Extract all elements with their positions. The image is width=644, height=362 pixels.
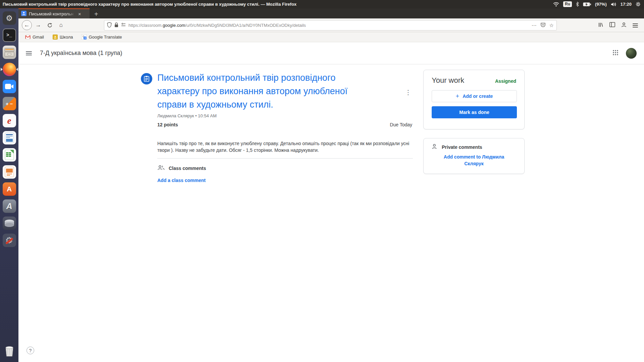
person-icon [432,144,437,150]
dock-document-viewer-icon[interactable]: e [2,113,17,128]
firefox-tab-bar: Письмовий контрольн × + [18,8,644,18]
classroom-header: 7-Д українська мова (1 група) [18,42,644,64]
class-comments-label: Class comments [169,166,206,171]
window-title: Письмовий контрольний твір розповідного … [3,2,297,7]
help-button[interactable]: ? [26,347,34,354]
plus-icon: + [456,93,460,100]
your-work-card: Your work Assigned + Add or create Mark … [423,70,525,129]
classroom-page: 7-Д українська мова (1 група) Письмовий … [18,42,644,362]
menu-icon[interactable] [633,23,638,27]
keyboard-layout-indicator[interactable]: Ru [563,1,572,7]
bookmark-star-icon[interactable]: ☆ [549,22,554,28]
lock-icon[interactable] [114,22,118,28]
classroom-icon [53,35,58,40]
bookmark-gmail[interactable]: Gmail [25,35,44,40]
dock-calculator-icon[interactable]: + − [2,96,17,111]
assignment-title: Письмовий контрольний твір розповідного … [157,71,379,111]
status-badge: Assigned [495,78,516,84]
pocket-icon[interactable] [541,22,545,28]
account-icon[interactable] [621,22,627,29]
page-actions-icon[interactable]: ⋯ [532,22,537,28]
session-gear-icon[interactable] [636,2,641,7]
volume-icon[interactable] [611,2,616,7]
course-title: 7-Д українська мова (1 група) [40,50,122,57]
url-text[interactable]: https://classroom.google.com/u/0/c/MzkwN… [128,23,529,28]
add-class-comment-link[interactable]: Add a class comment [157,178,206,183]
url-bar[interactable]: https://classroom.google.com/u/0/c/MzkwN… [104,20,557,31]
battery-percent-label: (97%) [595,2,607,7]
ubuntu-dock: ⚙ >_ + − e A A [0,8,18,362]
google-apps-grid-icon[interactable] [612,50,619,57]
new-tab-button[interactable]: + [94,10,98,18]
dock-zoom-icon[interactable] [2,79,17,94]
dock-trash-icon[interactable] [2,344,17,359]
back-button[interactable]: ← [22,20,32,30]
running-indicator [1,68,3,71]
dock-app-emblem-icon[interactable]: A [2,199,17,214]
sidebar-icon[interactable] [609,22,615,28]
assignment-due-date: Due Today [157,122,412,127]
your-work-title: Your work [432,76,464,85]
assignment-description: Напишіть твір про те, як ви виконуєте ул… [157,140,413,154]
reload-button[interactable] [45,20,55,30]
tab-favicon-classroom-icon [21,11,26,17]
system-indicator-area: Ru (97%) 17:20 [553,1,644,7]
dock-tweaks-icon[interactable]: ⚙ [2,233,17,248]
forward-button[interactable]: → [33,20,43,30]
wifi-icon[interactable] [553,2,559,7]
browser-tab[interactable]: Письмовий контрольн × [18,8,90,18]
section-divider [157,158,413,159]
home-button[interactable]: ⌂ [56,20,66,30]
library-icon[interactable] [598,22,603,29]
dock-software-store-icon[interactable]: A [2,182,17,196]
private-comments-card: Private comments Add comment to Людмила … [423,138,525,174]
private-comments-title: Private comments [442,144,482,150]
dock-libreoffice-impress-icon[interactable] [2,165,17,179]
bluetooth-icon[interactable] [576,2,579,7]
dock-firefox-icon[interactable] [2,62,17,77]
add-private-comment-link[interactable]: Add comment to Людмила Склярук [442,154,506,167]
bookmarks-bar: Gmail Школа G文 Google Translate [18,32,644,42]
tab-title: Письмовий контрольн [29,11,76,16]
assignment-byline: Людмила Склярук • 10:54 AM [157,113,217,118]
translate-icon: G文 [82,35,87,40]
dock-archive-manager-icon[interactable] [2,45,17,60]
dock-settings-icon[interactable]: ⚙ [2,11,17,25]
assignment-more-options-icon[interactable]: ⋮ [404,88,412,96]
classroom-menu-icon[interactable] [26,51,32,55]
clock-label[interactable]: 17:20 [621,2,632,7]
add-or-create-button[interactable]: + Add or create [432,90,517,102]
ubuntu-top-bar: Письмовий контрольний твір розповідного … [0,0,644,8]
bookmark-google-translate[interactable]: G文 Google Translate [82,35,122,40]
firefox-nav-bar: ← → ⌂ https://classroom.google.com/u/0/c… [18,18,644,32]
battery-icon[interactable] [583,2,591,6]
tracking-shield-icon[interactable] [107,22,112,28]
svg-text:文: 文 [84,37,86,39]
bookmark-school[interactable]: Школа [53,35,73,40]
dock-libreoffice-writer-icon[interactable] [2,130,17,145]
user-avatar[interactable] [626,48,637,59]
permissions-icon[interactable] [121,23,126,28]
mark-as-done-button[interactable]: Mark as done [432,106,517,118]
dock-terminal-icon[interactable]: >_ [2,28,17,43]
focused-indicator [16,68,18,71]
people-icon [157,165,165,171]
class-comments-row: Class comments [157,165,206,171]
dock-libreoffice-calc-icon[interactable] [2,147,17,162]
tab-close-icon[interactable]: × [78,11,81,16]
assignment-icon [141,73,152,84]
gmail-icon [25,35,31,39]
dock-disks-icon[interactable] [2,216,17,231]
